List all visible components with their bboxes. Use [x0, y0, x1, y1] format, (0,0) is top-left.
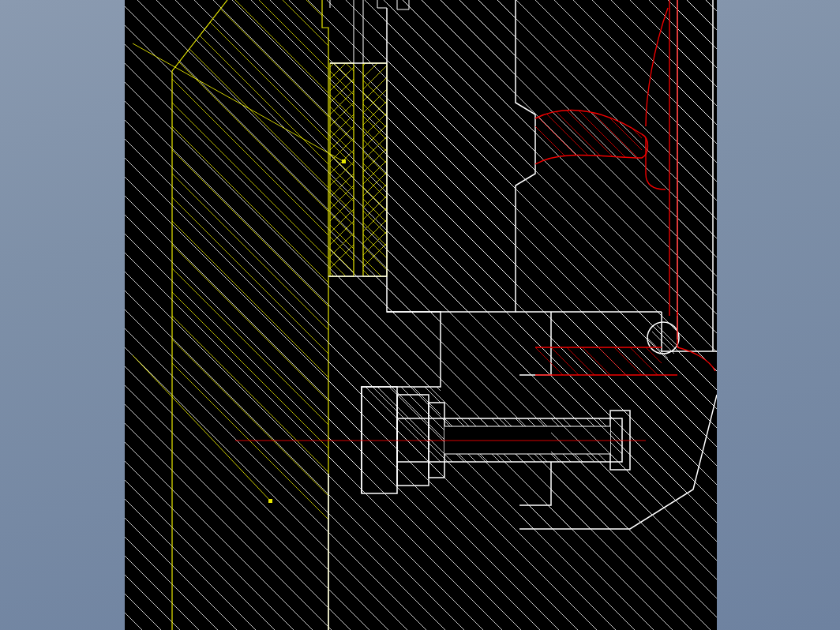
svg-line-41 — [270, 0, 717, 630]
svg-line-24 — [125, 0, 579, 630]
svg-line-19 — [125, 0, 485, 630]
svg-line-56 — [554, 0, 717, 630]
svg-line-203 — [516, 95, 594, 174]
svg-line-30 — [125, 0, 693, 630]
svg-line-155 — [184, 0, 500, 316]
svg-line-6 — [125, 0, 238, 630]
svg-line-214 — [504, 316, 583, 395]
svg-line-1 — [125, 0, 144, 630]
svg-line-77 — [125, 0, 717, 630]
svg-line-215 — [519, 316, 598, 395]
svg-line-209 — [587, 95, 666, 174]
part-right-shell — [125, 0, 717, 630]
svg-line-66 — [125, 0, 464, 630]
svg-rect-193 — [444, 426, 610, 454]
svg-line-206 — [551, 95, 630, 174]
part-lower-left — [125, 0, 717, 630]
svg-line-10 — [125, 0, 314, 630]
svg-line-8 — [125, 0, 276, 630]
svg-line-117 — [176, 0, 492, 316]
drawing-area[interactable] — [125, 0, 717, 630]
svg-line-79 — [141, 0, 717, 630]
svg-line-197 — [652, 332, 674, 354]
svg-line-57 — [573, 0, 717, 630]
svg-line-33 — [125, 0, 717, 630]
svg-line-157 — [160, 0, 476, 316]
svg-line-25 — [125, 0, 598, 630]
svg-line-46 — [365, 0, 717, 630]
svg-line-140 — [129, 0, 444, 316]
svg-line-40 — [251, 0, 717, 630]
svg-line-134 — [200, 0, 516, 316]
svg-line-21 — [125, 0, 523, 630]
svg-line-53 — [497, 0, 717, 630]
svg-line-16 — [125, 0, 428, 630]
svg-line-78 — [125, 0, 717, 630]
svg-line-151 — [231, 0, 547, 316]
svg-rect-225 — [342, 159, 346, 163]
svg-line-159 — [137, 0, 452, 316]
svg-line-62 — [668, 0, 717, 630]
part-fastener — [322, 355, 693, 513]
svg-line-37 — [194, 0, 717, 630]
layer-red-highlight — [235, 0, 715, 441]
svg-line-121 — [129, 0, 444, 316]
svg-line-26 — [125, 0, 617, 630]
svg-line-61 — [649, 0, 717, 630]
svg-line-88 — [271, 0, 587, 316]
svg-line-210 — [598, 95, 677, 174]
svg-line-128 — [271, 0, 587, 316]
svg-line-35 — [156, 0, 717, 630]
svg-line-75 — [125, 0, 677, 630]
svg-line-115 — [200, 0, 516, 316]
svg-line-52 — [478, 0, 717, 630]
svg-line-68 — [125, 0, 512, 630]
svg-line-39 — [232, 0, 717, 630]
svg-line-85 — [283, 0, 717, 630]
svg-point-196 — [647, 322, 679, 354]
svg-line-4 — [125, 0, 201, 630]
svg-line-23 — [125, 0, 561, 630]
insert-slot-lines — [330, 0, 409, 63]
svg-line-12 — [125, 0, 352, 630]
svg-line-119 — [152, 0, 468, 316]
svg-line-15 — [125, 0, 409, 630]
svg-line-44 — [327, 0, 717, 630]
svg-line-51 — [459, 0, 717, 630]
svg-line-205 — [539, 95, 618, 174]
svg-line-100 — [129, 0, 444, 316]
part-lower-right — [125, 0, 717, 630]
svg-line-153 — [208, 0, 523, 316]
svg-line-217 — [551, 316, 630, 395]
svg-line-94 — [200, 0, 516, 316]
svg-line-98 — [152, 0, 468, 316]
svg-line-202 — [504, 95, 583, 174]
svg-rect-169 — [362, 387, 397, 493]
svg-line-36 — [175, 0, 717, 630]
svg-line-20 — [125, 0, 504, 630]
svg-line-3 — [125, 0, 182, 630]
svg-line-221 — [614, 316, 693, 395]
svg-line-132 — [223, 0, 539, 316]
part-left-body — [125, 0, 717, 630]
svg-line-50 — [441, 0, 717, 630]
cad-viewport — [0, 0, 840, 630]
svg-line-59 — [611, 0, 717, 630]
svg-line-86 — [306, 0, 717, 630]
svg-line-226 — [133, 355, 271, 501]
svg-line-74 — [125, 0, 654, 630]
part-main-upper — [125, 0, 717, 630]
svg-rect-227 — [268, 499, 272, 503]
cad-drawing-svg — [125, 0, 717, 630]
svg-line-64 — [706, 0, 717, 630]
svg-line-147 — [279, 0, 594, 316]
svg-line-219 — [583, 316, 662, 395]
svg-line-220 — [598, 316, 677, 395]
svg-line-149 — [255, 0, 571, 316]
svg-line-55 — [535, 0, 717, 630]
svg-line-32 — [125, 0, 717, 630]
svg-line-109 — [271, 0, 587, 316]
svg-line-28 — [125, 0, 655, 630]
svg-line-17 — [125, 0, 447, 630]
svg-line-60 — [630, 0, 717, 630]
